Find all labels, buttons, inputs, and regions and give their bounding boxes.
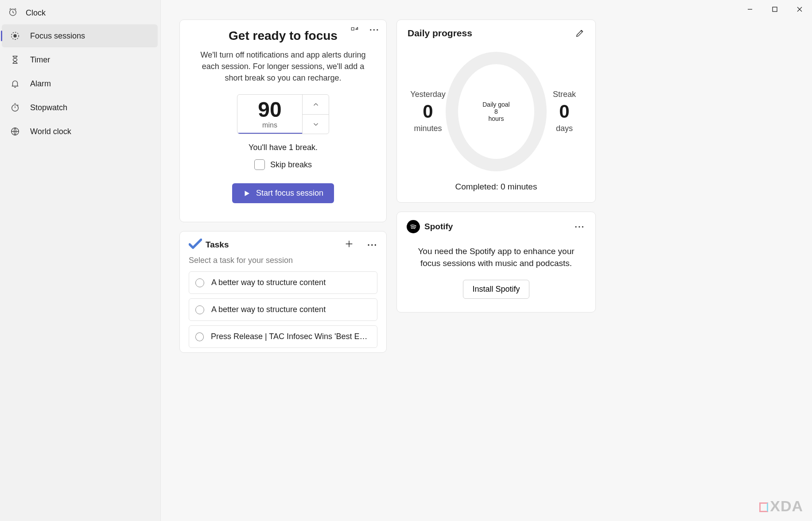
nav-world-clock[interactable]: World clock [2,120,158,143]
spotify-header: Spotify ··· [407,220,586,233]
tasks-title: Tasks [206,240,229,250]
watermark-icon [759,502,768,512]
sidebar: Clock Focus sessions Timer Alarm Stopwat… [0,0,161,521]
spotify-icon [407,220,420,233]
progress-title: Daily progress [408,28,472,39]
task-radio[interactable] [195,305,204,314]
nav-label: Alarm [30,79,51,89]
skip-breaks-row: Skip breaks [192,159,374,170]
stat-unit: days [547,124,582,133]
spotify-card: Spotify ··· You need the Spotify app to … [396,212,596,313]
left-column: ··· Get ready to focus We'll turn off no… [179,19,387,521]
focus-card-tools: ··· [350,26,378,36]
edit-icon[interactable] [575,28,585,38]
tasks-more-icon[interactable]: ··· [367,242,377,247]
stat-label: Daily goal [482,101,509,108]
task-item[interactable]: A better way to structure content [189,298,377,321]
duration-controls [302,95,329,134]
right-column: Daily progress Yesterday 0 minutes Daily… [396,19,596,521]
stat-unit: minutes [410,124,446,133]
nav-timer[interactable]: Timer [2,48,158,71]
focus-sessions-icon [10,31,20,41]
task-item[interactable]: A better way to structure content [189,271,377,294]
tasks-header: Tasks ··· [189,239,377,251]
break-note: You'll have 1 break. [192,143,374,152]
duration-value: 90 [258,99,281,120]
goal-ring: Daily goal 8 hours [446,52,547,171]
nav-label: World clock [30,127,71,136]
tasks-subtitle: Select a task for your session [189,256,377,265]
progress-completed: Completed: 0 minutes [408,182,585,192]
nav-alarm[interactable]: Alarm [2,72,158,95]
task-radio[interactable] [195,278,204,287]
tasks-icon [189,239,202,251]
window-close[interactable] [793,4,806,14]
window-controls [161,0,812,17]
stopwatch-icon [10,102,20,113]
timer-icon [10,54,20,65]
stat-value: 0 [547,101,582,122]
spotify-message: You need the Spotify app to enhance your… [407,246,586,269]
task-text: A better way to structure content [211,278,326,287]
clock-app-icon [8,7,18,19]
window-minimize[interactable] [744,4,756,14]
focus-more-icon[interactable]: ··· [369,27,378,36]
compact-view-icon[interactable] [350,26,359,36]
tasks-card: Tasks ··· Select a task for your session… [179,231,387,353]
app-title: Clock [26,8,46,18]
nav-stopwatch[interactable]: Stopwatch [2,96,158,119]
play-icon [243,189,251,197]
stat-label: Yesterday [410,90,446,99]
task-item[interactable]: Press Release | TAC Infosec Wins 'Best E… [189,325,377,348]
nav-label: Timer [30,55,50,65]
stat-value: 0 [410,101,446,122]
nav-focus-sessions[interactable]: Focus sessions [2,24,158,47]
add-task-button[interactable] [344,239,354,250]
watermark: XDA [759,498,803,515]
progress-body: Yesterday 0 minutes Daily goal 8 hours [408,43,585,179]
skip-breaks-label: Skip breaks [270,160,312,170]
nav-label: Focus sessions [30,31,85,41]
content: ··· Get ready to focus We'll turn off no… [161,17,812,521]
stat-streak: Streak 0 days [547,90,582,133]
daily-progress-card: Daily progress Yesterday 0 minutes Daily… [396,19,596,203]
duration-unit: mins [262,121,277,129]
task-text: A better way to structure content [211,305,326,314]
main-area: ··· Get ready to focus We'll turn off no… [161,0,812,521]
window-maximize[interactable] [769,4,781,14]
task-radio[interactable] [195,332,204,341]
focus-card: ··· Get ready to focus We'll turn off no… [179,19,387,222]
focus-title: Get ready to focus [192,29,374,43]
duration-increase[interactable] [303,95,329,115]
duration-decrease[interactable] [303,115,329,134]
alarm-icon [10,78,20,89]
task-text: Press Release | TAC Infosec Wins 'Best E… [211,332,371,341]
stat-value: 8 [482,108,509,115]
spotify-name: Spotify [424,222,453,232]
nav-label: Stopwatch [30,103,67,112]
svg-point-2 [13,34,16,37]
start-focus-label: Start focus session [256,189,323,198]
stat-unit: hours [482,115,509,122]
svg-rect-5 [773,7,777,12]
spotify-more-icon[interactable]: ··· [575,224,585,229]
skip-breaks-checkbox[interactable] [254,159,265,170]
focus-subtitle: We'll turn off notifications and app ale… [196,49,370,84]
stat-label: Streak [547,90,582,99]
world-clock-icon [10,126,20,137]
app-title-row: Clock [0,2,160,23]
start-focus-button[interactable]: Start focus session [232,183,334,203]
stat-goal: Daily goal 8 hours [482,101,509,122]
duration-stepper: 90 mins [237,94,329,134]
duration-display[interactable]: 90 mins [237,95,302,134]
progress-header: Daily progress [408,28,585,39]
stat-yesterday: Yesterday 0 minutes [410,90,446,133]
install-spotify-button[interactable]: Install Spotify [463,280,529,299]
